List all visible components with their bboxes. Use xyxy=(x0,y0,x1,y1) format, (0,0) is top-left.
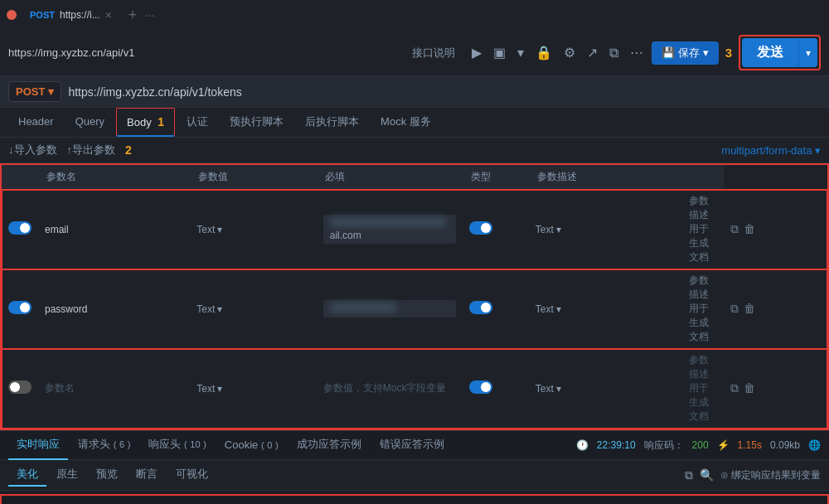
params-toolbar-left: ↓导入参数 ↑导出参数 2 xyxy=(8,143,132,158)
tab-url-label: https://i... xyxy=(60,9,100,21)
address-url: https://img.xyzbz.cn/api/v1 xyxy=(8,46,399,59)
row-empty-desc: 参数描述用于生成文档 xyxy=(682,349,724,429)
annotation-3: 3 xyxy=(725,46,732,60)
resp-tab-cookie[interactable]: Cookie ( 0 ) xyxy=(216,432,287,459)
email-required-toggle[interactable] xyxy=(469,221,492,235)
tab-pre-script[interactable]: 预执行脚本 xyxy=(220,108,293,138)
empty-type-select[interactable]: Text ▾ xyxy=(196,383,309,395)
row-email-desc: 参数描述用于生成文档 xyxy=(682,190,724,269)
password-valuetype-dropdown-icon: ▾ xyxy=(556,303,561,315)
th-param-value: 参数值 xyxy=(190,165,316,190)
view-tab-preview-label: 预览 xyxy=(96,468,118,480)
password-copy-action[interactable]: ⧉ xyxy=(730,302,739,316)
email-delete-action[interactable]: 🗑 xyxy=(744,222,755,236)
view-tab-assert[interactable]: 断言 xyxy=(128,463,166,487)
tab-post-script-label: 后执行脚本 xyxy=(305,115,359,128)
tab-mock[interactable]: Mock 服务 xyxy=(371,108,441,138)
resp-tab-success-example[interactable]: 成功应答示例 xyxy=(288,430,370,460)
export-icon[interactable]: ↗ xyxy=(584,43,601,62)
more-icon[interactable]: ⋯ xyxy=(627,43,647,62)
tab-post-script[interactable]: 后执行脚本 xyxy=(295,108,369,138)
row-toggle-empty[interactable] xyxy=(8,380,32,394)
response-copy-icon[interactable]: ⧉ xyxy=(685,468,693,482)
json-response-annotated: 4 1 { 2 "status" : true , 3 "message" : … xyxy=(0,494,829,504)
row-toggle-cell xyxy=(2,269,38,349)
tab-mock-label: Mock 服务 xyxy=(381,115,431,128)
password-valuetype-select[interactable]: Text ▾ xyxy=(536,303,676,315)
row-toggle-email[interactable] xyxy=(8,221,32,235)
row-empty-required-cell xyxy=(463,349,529,429)
bind-result-button[interactable]: ⊙ 绑定响应结果到变量 xyxy=(720,468,821,482)
export-params-label: ↑导出参数 xyxy=(67,143,116,158)
response-size: 0.09kb xyxy=(770,439,800,451)
save-button[interactable]: 💾 保存 ▾ xyxy=(652,41,719,65)
view-tab-preview[interactable]: 预览 xyxy=(88,463,126,487)
row-toggle-password[interactable] xyxy=(8,301,32,314)
tab-auth[interactable]: 认证 xyxy=(177,108,218,138)
resp-tab-cookie-close: ) xyxy=(275,440,279,450)
password-type-select[interactable]: Text ▾ xyxy=(196,303,309,315)
row-email-actions: ⧉ 🗑 xyxy=(724,190,827,269)
import-params-button[interactable]: ↓导入参数 xyxy=(8,143,57,158)
view-tab-raw[interactable]: 原生 xyxy=(48,463,86,487)
row-email-value-cell: ail.com xyxy=(317,190,463,269)
empty-valuetype-select[interactable]: Text ▾ xyxy=(536,383,676,395)
view-tab-beautify[interactable]: 美化 xyxy=(8,463,46,487)
row-empty-name[interactable]: 参数名 xyxy=(38,349,190,429)
tab-more-button[interactable]: ··· xyxy=(145,8,155,22)
email-valuetype-select[interactable]: Text ▾ xyxy=(536,224,676,235)
response-duration: 1.15s xyxy=(738,439,762,451)
new-tab-button[interactable]: + xyxy=(125,7,141,24)
send-dropdown-button[interactable]: ▾ xyxy=(798,38,817,67)
empty-required-toggle[interactable] xyxy=(469,380,492,394)
resp-tab-error-example[interactable]: 错误应答示例 xyxy=(371,430,453,460)
settings-icon[interactable]: ⚙ xyxy=(560,43,579,62)
params-table: 参数名 参数值 必填 类型 参数描述 email Text xyxy=(2,165,827,429)
empty-delete-action[interactable]: 🗑 xyxy=(744,381,755,395)
password-type-dropdown-icon: ▾ xyxy=(217,303,222,315)
tab-close-icon[interactable]: × xyxy=(105,9,112,21)
api-doc-button[interactable]: 接口说明 xyxy=(405,44,462,62)
password-row-actions: ⧉ 🗑 xyxy=(730,302,821,316)
dropdown-icon[interactable]: ▾ xyxy=(514,43,527,62)
send-area: 3 发送 ▾ xyxy=(725,35,821,70)
email-type-select[interactable]: Text ▾ xyxy=(196,224,309,235)
empty-copy-action[interactable]: ⧉ xyxy=(730,381,739,395)
email-copy-action[interactable]: ⧉ xyxy=(730,222,739,236)
response-search-icon[interactable]: 🔍 xyxy=(700,468,714,482)
response-status: 200 xyxy=(692,439,709,451)
resp-tab-resp-headers[interactable]: 响应头 ( 10 ) xyxy=(140,430,214,460)
row-empty-value-cell[interactable]: 参数值，支持Mock字段变量 xyxy=(317,349,463,429)
tab-body[interactable]: Body 1 xyxy=(116,108,175,137)
tab-header[interactable]: Header xyxy=(8,109,64,136)
window-close-dot[interactable] xyxy=(7,10,17,20)
empty-valuetype-label: Text xyxy=(536,383,554,395)
send-button[interactable]: 发送 xyxy=(742,38,798,67)
resp-tab-realtime[interactable]: 实时响应 xyxy=(8,430,68,460)
email-row-actions: ⧉ 🗑 xyxy=(730,222,821,236)
tab-query[interactable]: Query xyxy=(65,109,114,136)
annotation-1: 1 xyxy=(158,115,164,128)
view-tab-visual[interactable]: 可视化 xyxy=(167,463,216,487)
form-data-select[interactable]: multipart/form-data ▾ xyxy=(721,144,821,157)
resp-tab-cookie-badge: ( xyxy=(261,440,264,450)
run-icon[interactable]: ▶ xyxy=(468,43,485,62)
save-dropdown-icon: ▾ xyxy=(703,46,709,59)
active-tab[interactable]: POST https://i... × xyxy=(22,3,120,27)
layout-icon[interactable]: ▣ xyxy=(490,43,509,62)
row-toggle-cell xyxy=(2,190,38,269)
method-select[interactable]: POST ▾ xyxy=(8,81,61,102)
view-tab-beautify-label: 美化 xyxy=(17,468,38,480)
form-data-label: multipart/form-data ▾ xyxy=(721,144,821,157)
password-required-toggle[interactable] xyxy=(469,301,492,314)
copy-icon[interactable]: ⧉ xyxy=(606,44,622,62)
lock-icon[interactable]: 🔒 xyxy=(532,43,555,62)
table-row: 参数名 Text ▾ 参数值，支持Mock字段变量 Text xyxy=(2,349,827,429)
email-param-name: email xyxy=(45,224,69,235)
email-valuetype-label: Text xyxy=(536,224,554,235)
resp-tab-req-headers[interactable]: 请求头 ( 6 ) xyxy=(70,430,138,460)
resp-tab-reqh-close: ) xyxy=(128,439,131,449)
json-response-area: 4 1 { 2 "status" : true , 3 "message" : … xyxy=(2,496,827,504)
password-delete-action[interactable]: 🗑 xyxy=(744,302,755,316)
export-params-button[interactable]: ↑导出参数 xyxy=(67,143,116,158)
